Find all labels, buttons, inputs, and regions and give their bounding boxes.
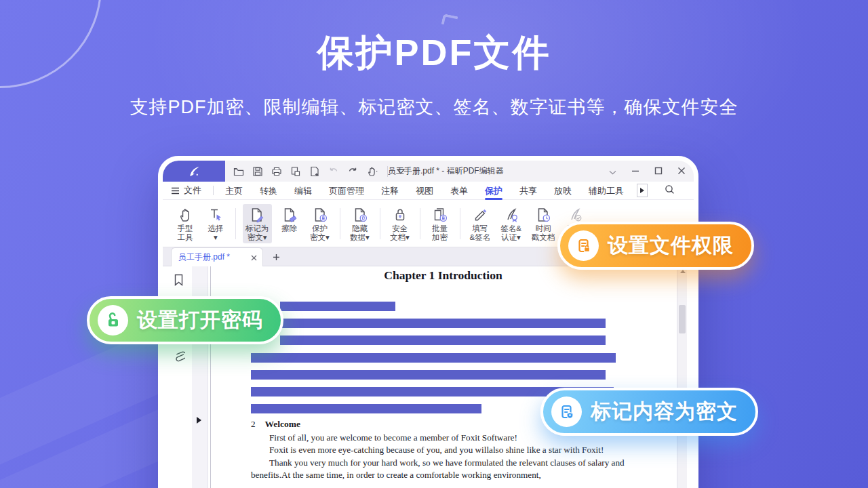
badge-label: 设置打开密码	[137, 306, 263, 334]
document-tab-label: 员工手册.pdf *	[178, 251, 251, 263]
quick-access-toolbar	[233, 161, 406, 182]
vertical-scrollbar[interactable]	[677, 266, 687, 488]
print-icon[interactable]	[271, 166, 282, 177]
search-icon[interactable]	[665, 184, 675, 197]
bookmarks-panel-icon[interactable]	[173, 273, 184, 291]
divider	[340, 208, 340, 239]
expand-panel-icon[interactable]	[197, 417, 201, 424]
decor-mark	[441, 14, 458, 27]
titlebar: 员工手册.pdf * - 福昕PDF编辑器	[163, 161, 694, 182]
foxit-logo	[163, 161, 225, 182]
tool-batch-encrypt[interactable]: 批量 加密	[427, 204, 453, 243]
redaction-bar	[280, 319, 606, 328]
badge-label: 标记内容为密文	[591, 398, 738, 426]
page-subtitle: 支持PDF加密、限制编辑、标记密文、签名、数字证书等，确保文件安全	[0, 95, 868, 119]
badge-mark-redaction: 标记内容为密文	[540, 388, 758, 436]
hide-data-icon	[352, 206, 368, 224]
quill-icon	[187, 165, 201, 178]
window-controls	[609, 161, 686, 182]
menu-item-present[interactable]: 放映	[554, 182, 572, 200]
tool-protect-redaction[interactable]: 保护 密文▾	[307, 204, 333, 243]
document-lock-icon	[568, 230, 599, 261]
close-button[interactable]	[677, 165, 686, 178]
menu-item-form[interactable]: 表单	[450, 182, 468, 200]
paragraph: Thank you very much for your hard work, …	[251, 457, 629, 482]
menu-item-convert[interactable]: 转换	[260, 182, 277, 200]
divider	[213, 186, 214, 195]
copy-page-icon[interactable]	[290, 166, 301, 177]
redaction-bar	[251, 404, 481, 413]
protect-redaction-icon	[312, 206, 328, 224]
badge-label: 设置文件权限	[608, 232, 734, 260]
menu-item-accessibility[interactable]: 辅助工具	[589, 182, 624, 200]
divider	[460, 208, 460, 239]
scrollbar-thumb[interactable]	[679, 305, 686, 333]
scroll-up-icon[interactable]	[680, 270, 686, 273]
document-heading: Chapter 1 Introduction	[210, 268, 676, 283]
divider	[380, 208, 380, 239]
document-shield-icon	[551, 396, 582, 427]
fill-sign-icon	[472, 206, 488, 224]
tool-erase[interactable]: 擦除	[277, 204, 302, 243]
badge-open-password: 设置打开密码	[87, 296, 283, 344]
promo-background: 保护PDF文件 支持PDF加密、限制编辑、标记密文、签名、数字证书等，确保文件安…	[0, 0, 868, 488]
redaction-bar	[251, 370, 606, 380]
tool-hand[interactable]: 手型 工具	[172, 204, 198, 243]
redaction-bar	[251, 353, 616, 363]
erase-icon	[281, 206, 298, 224]
window-title: 员工手册.pdf * - 福昕PDF编辑器	[388, 161, 504, 182]
new-page-icon[interactable]	[309, 166, 320, 177]
batch-encrypt-icon	[432, 206, 448, 224]
menu-item-edit[interactable]: 编辑	[294, 182, 312, 200]
hand-tool-icon	[177, 206, 193, 224]
attachments-panel-icon[interactable]	[174, 349, 185, 368]
new-tab-button[interactable]	[270, 251, 282, 263]
triangle-right-icon	[640, 188, 644, 193]
menu-file[interactable]: 文件	[171, 184, 201, 197]
minimize-button[interactable]	[631, 165, 639, 178]
redaction-bar	[280, 336, 606, 345]
redo-icon[interactable]	[347, 166, 358, 177]
menu-bar: 文件 主页 转换 编辑 页面管理 注释 视图 表单 保护 共享 放映 辅助工具	[163, 182, 694, 200]
menu-item-home[interactable]: 主页	[225, 182, 243, 200]
page-title: 保护PDF文件	[0, 28, 868, 78]
menu-item-share[interactable]: 共享	[519, 182, 537, 200]
tool-secure-document[interactable]: 安全 文档▾	[387, 204, 413, 243]
badge-file-permission: 设置文件权限	[557, 222, 754, 270]
hamburger-icon	[171, 187, 180, 195]
chevron-down-icon[interactable]	[609, 165, 616, 178]
menu-item-pages[interactable]: 页面管理	[329, 182, 364, 200]
menu-overflow-button[interactable]	[637, 184, 648, 197]
lock-icon	[98, 305, 128, 336]
timestamp-icon	[535, 206, 551, 224]
open-folder-icon[interactable]	[233, 166, 244, 177]
document-tab[interactable]: 员工手册.pdf *	[171, 247, 263, 266]
hand-grab-icon[interactable]	[366, 166, 379, 177]
tool-select[interactable]: 选择 ▾	[203, 204, 229, 243]
secure-document-icon	[392, 206, 408, 224]
menu-item-protect[interactable]: 保护	[485, 182, 502, 200]
maximize-button[interactable]	[654, 165, 663, 178]
tool-mark-redaction[interactable]: 标记为 密文▾	[243, 204, 272, 243]
mark-redaction-icon	[249, 206, 265, 224]
tool-fill-sign[interactable]: 填写 &签名	[467, 204, 494, 243]
sign-certify-icon	[503, 206, 519, 224]
tool-sign-certify[interactable]: 签名& 认证▾	[498, 204, 524, 243]
menu-item-view[interactable]: 视图	[416, 182, 433, 200]
paragraph: Foxit is even more eye-catching because …	[251, 444, 629, 457]
save-icon[interactable]	[252, 166, 263, 177]
redaction-bar	[280, 302, 395, 311]
undo-icon[interactable]	[328, 166, 339, 177]
tool-timestamp[interactable]: 时间 戳文档	[529, 204, 558, 243]
tab-close-icon[interactable]	[251, 251, 257, 264]
divider	[420, 208, 420, 239]
divider	[235, 208, 236, 239]
menu-item-comment[interactable]: 注释	[381, 182, 399, 200]
tool-hide-data[interactable]: 隐藏 数据▾	[347, 204, 373, 243]
select-tool-icon	[208, 206, 224, 224]
